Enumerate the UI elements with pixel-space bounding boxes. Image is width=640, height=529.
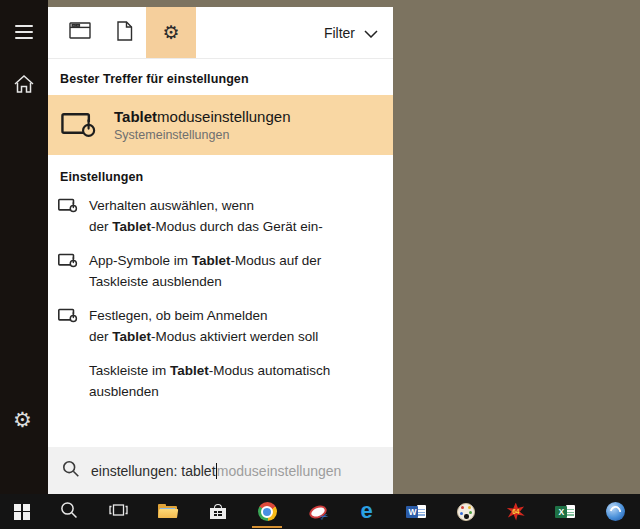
settings-result-text: Festlegen, ob beim Anmelden der Tablet-M…	[89, 305, 318, 347]
taskbar-rect-icon	[58, 362, 78, 380]
tablet-mode-icon	[58, 252, 78, 270]
search-icon	[62, 460, 80, 482]
document-icon	[116, 21, 133, 45]
tab-settings[interactable]: ⚙	[146, 7, 196, 58]
best-match-section-title: Bester Treffer für einstellungen	[48, 59, 393, 95]
best-match-text: Tabletmoduseinstellungen Systemeinstellu…	[114, 108, 291, 142]
active-app-indicator	[252, 526, 282, 529]
irfanview-button[interactable]: 64	[491, 494, 541, 529]
settings-result-text: Verhalten auswählen, wenn der Tablet-Mod…	[89, 195, 323, 237]
paint-button[interactable]	[441, 494, 491, 529]
apps-icon	[69, 22, 91, 43]
filter-label: Filter	[324, 25, 355, 41]
edge-button[interactable]: e	[342, 494, 392, 529]
settings-result-text: App-Symbole im Tablet-Modus auf der Task…	[89, 250, 321, 292]
search-typed-text: einstellungen: tablet	[91, 463, 216, 479]
taskbar-search-button[interactable]	[44, 494, 94, 529]
search-results-panel: ⚙ Filter Bester Treffer für einstellunge…	[48, 7, 393, 494]
task-view-button[interactable]	[93, 494, 143, 529]
tablet-mode-icon	[61, 110, 97, 140]
home-icon[interactable]	[13, 74, 35, 98]
tablet-mode-icon	[58, 307, 78, 325]
settings-section-title: Einstellungen	[48, 155, 393, 195]
microsoft-store-icon	[210, 504, 226, 519]
word-icon: W	[406, 504, 426, 520]
microsoft-store-button[interactable]	[193, 494, 243, 529]
chevron-down-icon	[364, 25, 378, 41]
file-explorer-button[interactable]	[143, 494, 193, 529]
chrome-icon	[258, 502, 277, 521]
tablet-mode-icon	[58, 197, 78, 215]
best-match-title: Tabletmoduseinstellungen	[114, 108, 291, 125]
word-button[interactable]: W	[392, 494, 442, 529]
best-match-subtitle: Systemeinstellungen	[114, 128, 291, 142]
windows-logo-icon	[14, 504, 30, 520]
settings-result-text: Taskleiste im Tablet-Modus automatisch a…	[89, 360, 330, 402]
edge-icon: e	[361, 500, 373, 522]
settings-result-3[interactable]: Festlegen, ob beim Anmelden der Tablet-M…	[48, 305, 393, 347]
search-icon	[60, 501, 78, 523]
settings-result-4[interactable]: Taskleiste im Tablet-Modus automatisch a…	[48, 360, 393, 402]
tab-documents[interactable]	[102, 7, 146, 58]
hamburger-menu-icon[interactable]	[15, 25, 33, 39]
thunderbird-button[interactable]	[590, 494, 640, 529]
chrome-button[interactable]	[242, 494, 292, 529]
excel-button[interactable]: X	[541, 494, 591, 529]
file-explorer-icon	[158, 504, 178, 519]
snipping-tool-button[interactable]: ✂	[292, 494, 342, 529]
thunderbird-icon	[606, 502, 625, 521]
settings-result-1[interactable]: Verhalten auswählen, wenn der Tablet-Mod…	[48, 195, 393, 237]
settings-gear-icon[interactable]: ⚙	[13, 409, 32, 430]
filter-dropdown[interactable]: Filter	[324, 7, 393, 58]
search-filter-tabs: ⚙ Filter	[48, 7, 393, 59]
start-button[interactable]	[0, 494, 44, 529]
task-view-icon	[109, 503, 128, 521]
settings-result-2[interactable]: App-Symbole im Tablet-Modus auf der Task…	[48, 250, 393, 292]
settings-gear-icon: ⚙	[162, 23, 179, 42]
excel-icon: X	[555, 504, 575, 520]
paint-icon	[457, 503, 475, 521]
search-suggestion-text: moduseinstellungen	[217, 463, 342, 479]
tab-apps[interactable]	[58, 7, 102, 58]
best-match-result[interactable]: Tabletmoduseinstellungen Systemeinstellu…	[48, 95, 393, 155]
irfanview-icon: 64	[507, 503, 525, 521]
start-menu-rail: ⚙	[0, 0, 48, 494]
snipping-tool-icon: ✂	[308, 504, 327, 519]
search-input[interactable]: einstellungen: tabletmoduseinstellungen	[48, 447, 393, 494]
taskbar: ✂ e W 64 X	[0, 494, 640, 529]
